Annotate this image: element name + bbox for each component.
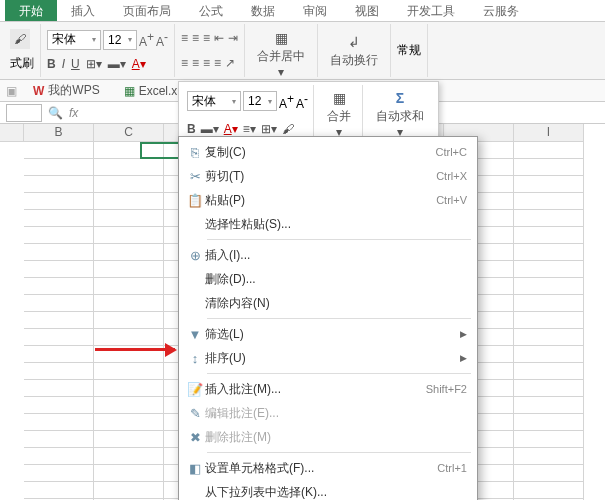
- cell[interactable]: [514, 448, 584, 465]
- cell[interactable]: [94, 465, 164, 482]
- cell[interactable]: [24, 142, 94, 159]
- row-header[interactable]: [0, 329, 24, 346]
- align-right-icon[interactable]: ≡: [203, 56, 210, 70]
- cell[interactable]: [94, 278, 164, 295]
- cell[interactable]: [94, 363, 164, 380]
- cell[interactable]: [514, 278, 584, 295]
- mini-font-color[interactable]: A▾: [224, 122, 238, 136]
- menu-filter[interactable]: ▼筛选(L)▶: [179, 322, 477, 346]
- cell[interactable]: [514, 261, 584, 278]
- row-header[interactable]: [0, 278, 24, 295]
- cell[interactable]: [94, 159, 164, 176]
- doc-tab-wps[interactable]: W我的WPS: [25, 80, 108, 101]
- align-just-icon[interactable]: ≡: [214, 56, 221, 70]
- row-header[interactable]: [0, 295, 24, 312]
- cell[interactable]: [24, 210, 94, 227]
- cell[interactable]: [24, 193, 94, 210]
- font-size-select[interactable]: 12▾: [103, 30, 137, 50]
- menu-insert-comment[interactable]: 📝插入批注(M)...Shift+F2: [179, 377, 477, 401]
- cell[interactable]: [514, 482, 584, 499]
- wrap-text-button[interactable]: ↲自动换行: [324, 30, 384, 71]
- underline-button[interactable]: U: [71, 57, 80, 71]
- cell[interactable]: [94, 210, 164, 227]
- fill-color-button[interactable]: ▬▾: [108, 57, 126, 71]
- cell[interactable]: [94, 312, 164, 329]
- menu-format-cells[interactable]: ◧设置单元格格式(F)...Ctrl+1: [179, 456, 477, 480]
- col-header[interactable]: C: [94, 124, 164, 142]
- tab-layout[interactable]: 页面布局: [109, 0, 185, 21]
- cell[interactable]: [514, 414, 584, 431]
- cell[interactable]: [24, 363, 94, 380]
- tab-view[interactable]: 视图: [341, 0, 393, 21]
- row-header[interactable]: [0, 244, 24, 261]
- cell[interactable]: [514, 346, 584, 363]
- cell[interactable]: [24, 295, 94, 312]
- align-center-icon[interactable]: ≡: [192, 56, 199, 70]
- menu-pick-list[interactable]: 从下拉列表中选择(K)...: [179, 480, 477, 500]
- cell[interactable]: [514, 142, 584, 159]
- cell[interactable]: [24, 397, 94, 414]
- mini-brush-icon[interactable]: 🖌: [282, 122, 294, 136]
- font-name-select[interactable]: 宋体▾: [47, 30, 101, 50]
- cell[interactable]: [24, 414, 94, 431]
- cell[interactable]: [94, 448, 164, 465]
- col-header[interactable]: I: [514, 124, 584, 142]
- mini-inc-font-icon[interactable]: A+: [279, 92, 294, 111]
- mini-autosum-button[interactable]: Σ自动求和▾: [370, 86, 430, 141]
- tab-dev[interactable]: 开发工具: [393, 0, 469, 21]
- cell[interactable]: [24, 244, 94, 261]
- align-top-icon[interactable]: ≡: [181, 31, 188, 45]
- cell[interactable]: [94, 176, 164, 193]
- cell[interactable]: [24, 482, 94, 499]
- col-header[interactable]: B: [24, 124, 94, 142]
- menu-clear[interactable]: 清除内容(N): [179, 291, 477, 315]
- menu-delete[interactable]: 删除(D)...: [179, 267, 477, 291]
- align-mid-icon[interactable]: ≡: [192, 31, 199, 45]
- align-bot-icon[interactable]: ≡: [203, 31, 210, 45]
- row-header[interactable]: [0, 227, 24, 244]
- cell[interactable]: [94, 431, 164, 448]
- row-header[interactable]: [0, 380, 24, 397]
- cell[interactable]: [514, 465, 584, 482]
- row-header[interactable]: [0, 346, 24, 363]
- italic-button[interactable]: I: [62, 57, 65, 71]
- menu-cut[interactable]: ✂剪切(T)Ctrl+X: [179, 164, 477, 188]
- cell[interactable]: [24, 448, 94, 465]
- menu-paste[interactable]: 📋粘贴(P)Ctrl+V: [179, 188, 477, 212]
- tab-cloud[interactable]: 云服务: [469, 0, 533, 21]
- cell[interactable]: [514, 193, 584, 210]
- row-header[interactable]: [0, 159, 24, 176]
- cell[interactable]: [24, 465, 94, 482]
- border-button[interactable]: ⊞▾: [86, 57, 102, 71]
- cell[interactable]: [24, 227, 94, 244]
- cell[interactable]: [24, 159, 94, 176]
- cell[interactable]: [94, 295, 164, 312]
- bold-button[interactable]: B: [47, 57, 56, 71]
- cell[interactable]: [94, 261, 164, 278]
- mini-dec-font-icon[interactable]: A-: [296, 92, 308, 111]
- row-header[interactable]: [0, 142, 24, 159]
- mini-border[interactable]: ⊞▾: [261, 122, 277, 136]
- cell[interactable]: [24, 346, 94, 363]
- row-header[interactable]: [0, 176, 24, 193]
- cell[interactable]: [24, 431, 94, 448]
- row-header[interactable]: [0, 397, 24, 414]
- indent-inc-icon[interactable]: ⇥: [228, 31, 238, 45]
- cell[interactable]: [514, 159, 584, 176]
- cell[interactable]: [94, 244, 164, 261]
- cell[interactable]: [514, 380, 584, 397]
- fx-icon[interactable]: fx: [69, 106, 78, 120]
- cell[interactable]: [514, 227, 584, 244]
- mini-align[interactable]: ≡▾: [243, 122, 256, 136]
- cell[interactable]: [24, 329, 94, 346]
- new-tab-icon[interactable]: ▣: [6, 84, 17, 98]
- menu-copy[interactable]: ⎘复制(C)Ctrl+C: [179, 140, 477, 164]
- cell[interactable]: [514, 329, 584, 346]
- row-header[interactable]: [0, 312, 24, 329]
- cell[interactable]: [94, 397, 164, 414]
- cell[interactable]: [24, 261, 94, 278]
- row-header[interactable]: [0, 193, 24, 210]
- select-all-cell[interactable]: [0, 124, 24, 142]
- cell[interactable]: [514, 244, 584, 261]
- cell[interactable]: [24, 380, 94, 397]
